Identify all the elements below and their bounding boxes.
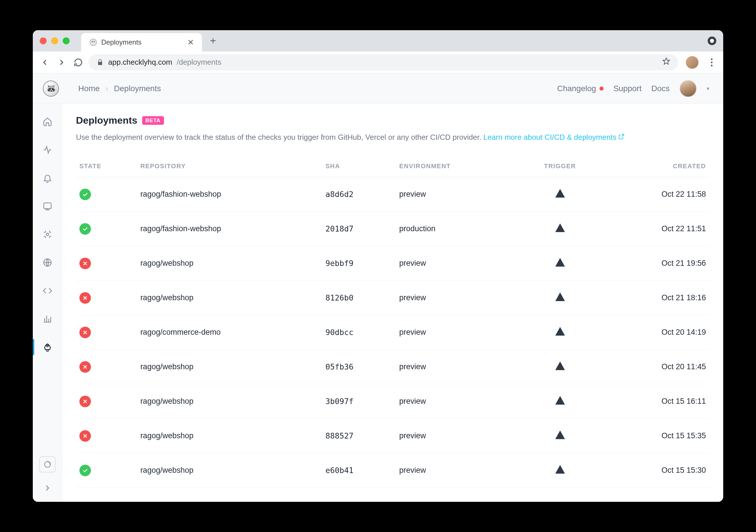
cell-repository: ragog/webshop — [137, 350, 322, 384]
new-tab-button[interactable]: + — [210, 35, 216, 47]
tab-close-icon[interactable]: ✕ — [187, 38, 194, 47]
learn-more-link[interactable]: Learn more about CI/CD & deployments — [483, 133, 624, 142]
table-row[interactable]: ragog/webshope60b41previewOct 15 15:30 — [76, 453, 709, 488]
nav-docs[interactable]: Docs — [651, 84, 670, 93]
app-logo[interactable]: 🦝 — [40, 81, 62, 97]
table-row[interactable]: ragog/commerce-demo90dbccpreviewOct 20 1… — [76, 315, 709, 350]
state-fail-icon — [79, 292, 91, 304]
sidebar — [33, 104, 62, 502]
tab-favicon — [89, 38, 97, 46]
svg-point-2 — [94, 41, 95, 42]
learn-more-text: Learn more about CI/CD & deployments — [483, 133, 616, 142]
window-close-button[interactable] — [40, 38, 47, 44]
cell-created: Oct 15 15:30 — [601, 453, 709, 488]
window-minimize-button[interactable] — [51, 38, 58, 44]
beta-badge: BETA — [142, 116, 164, 125]
breadcrumb-home[interactable]: Home — [78, 84, 100, 93]
sidebar-collapse-button[interactable] — [43, 483, 52, 494]
table-row[interactable]: ragog/webshop9ebbf9previewOct 21 19:56 — [76, 246, 709, 281]
url-path: /deployments — [177, 58, 222, 67]
tab-title: Deployments — [101, 38, 183, 46]
page-title: Deployments — [76, 115, 138, 126]
page-description-text: Use the deployment overview to track the… — [76, 133, 483, 142]
cell-created: Oct 21 19:56 — [601, 246, 709, 281]
table-row[interactable]: ragog/webshop05fb36previewOct 20 11:45 — [76, 350, 709, 384]
col-state: STATE — [76, 156, 137, 177]
sidebar-settings[interactable] — [40, 456, 56, 472]
cell-repository: ragog/commerce-demo — [137, 315, 322, 350]
external-link-icon — [618, 133, 625, 142]
cell-repository: ragog/webshop — [137, 453, 322, 488]
cell-environment: preview — [396, 281, 519, 315]
col-sha: SHA — [322, 156, 396, 177]
sidebar-alerts[interactable] — [38, 168, 57, 188]
cell-environment: preview — [396, 384, 519, 419]
deployments-table: STATE REPOSITORY SHA ENVIRONMENT TRIGGER… — [76, 156, 709, 488]
table-row[interactable]: ragog/webshop3b097fpreviewOct 15 16:11 — [76, 384, 709, 419]
svg-point-0 — [90, 39, 96, 45]
sidebar-locations[interactable] — [38, 253, 57, 272]
sidebar-home[interactable] — [38, 112, 57, 131]
table-row[interactable]: ragog/webshop8126b0previewOct 21 18:16 — [76, 281, 709, 315]
window-maximize-button[interactable] — [63, 38, 69, 44]
user-menu-caret[interactable]: ▾ — [707, 85, 709, 92]
cell-created: Oct 22 11:51 — [601, 212, 709, 246]
breadcrumb: Home › Deployments — [78, 84, 161, 93]
back-button[interactable] — [39, 56, 51, 69]
cell-environment: preview — [396, 419, 519, 453]
window-controls — [40, 38, 69, 44]
state-fail-icon — [79, 327, 91, 338]
app-body: 🦝 Home › Deployments Changelog Support D… — [33, 73, 723, 502]
state-fail-icon — [79, 396, 91, 407]
nav-changelog[interactable]: Changelog — [557, 84, 604, 93]
browser-window: Deployments ✕ + app.checklyhq.com/deploy… — [33, 30, 723, 502]
sidebar-deployments[interactable] — [38, 337, 57, 357]
cell-environment: preview — [396, 177, 519, 212]
cell-sha: 888527 — [322, 419, 396, 453]
sidebar-reporting[interactable] — [38, 309, 57, 329]
cell-sha: 8126b0 — [322, 281, 396, 315]
cell-sha: 2018d7 — [322, 212, 396, 246]
cell-created: Oct 22 11:58 — [601, 177, 709, 212]
sidebar-dashboards[interactable] — [38, 197, 57, 216]
app-main: Deployments BETA Use the deployment over… — [33, 104, 723, 502]
state-fail-icon — [79, 430, 91, 442]
page-title-bar: Deployments BETA — [76, 115, 709, 126]
sidebar-snippets[interactable] — [38, 281, 57, 301]
cell-repository: ragog/webshop — [137, 281, 322, 315]
sidebar-activity[interactable] — [38, 140, 57, 160]
chrome-user-avatar[interactable] — [686, 56, 698, 69]
cell-created: Oct 20 11:45 — [601, 350, 709, 384]
chrome-profile-badge[interactable] — [708, 37, 716, 45]
col-repository: REPOSITORY — [137, 156, 322, 177]
reload-button[interactable] — [72, 56, 85, 69]
cell-sha: a8d6d2 — [322, 177, 396, 212]
state-success-icon — [79, 189, 91, 200]
forward-button[interactable] — [55, 56, 68, 69]
page-description: Use the deployment overview to track the… — [76, 132, 709, 143]
table-row[interactable]: ragog/fashion-webshopa8d6d2previewOct 22… — [76, 177, 709, 212]
table-row[interactable]: ragog/fashion-webshop2018d7productionOct… — [76, 212, 709, 246]
nav-support[interactable]: Support — [613, 84, 641, 93]
cell-repository: ragog/webshop — [137, 246, 322, 281]
address-bar[interactable]: app.checklyhq.com/deployments — [89, 54, 678, 70]
trigger-vercel-icon — [554, 365, 566, 373]
state-fail-icon — [79, 258, 91, 269]
trigger-vercel-icon — [554, 399, 566, 408]
cell-repository: ragog/webshop — [137, 384, 322, 419]
trigger-vercel-icon — [554, 226, 566, 235]
chrome-menu-button[interactable] — [706, 58, 717, 66]
browser-tab[interactable]: Deployments ✕ — [81, 33, 202, 51]
cell-created: Oct 20 14:19 — [601, 315, 709, 350]
content-area: Deployments BETA Use the deployment over… — [62, 104, 723, 502]
user-avatar[interactable] — [680, 80, 697, 97]
sidebar-maintenance[interactable] — [38, 225, 57, 244]
bookmark-star-icon[interactable] — [662, 57, 670, 67]
cell-environment: preview — [396, 246, 519, 281]
table-row[interactable]: ragog/webshop888527previewOct 15 15:35 — [76, 419, 709, 453]
cell-environment: preview — [396, 315, 519, 350]
cell-environment: production — [396, 212, 519, 246]
state-success-icon — [79, 223, 91, 235]
changelog-new-dot — [600, 87, 604, 91]
cell-sha: e60b41 — [322, 453, 396, 488]
